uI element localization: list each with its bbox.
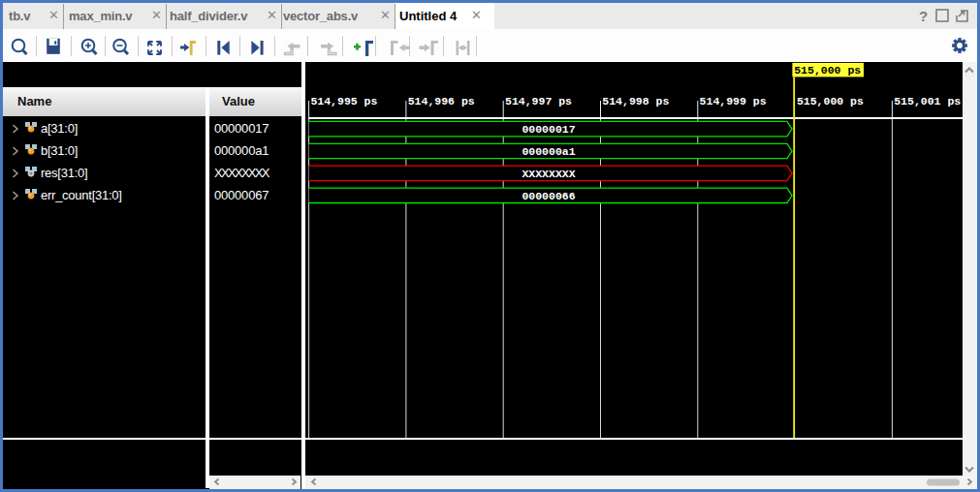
svg-text:514,998 ps: 514,998 ps bbox=[602, 95, 669, 108]
svg-text:00000066: 00000066 bbox=[522, 190, 575, 202]
svg-text:514,997 ps: 514,997 ps bbox=[505, 95, 572, 108]
svg-text:000000a1: 000000a1 bbox=[522, 145, 575, 158]
svg-text:514,995 ps: 514,995 ps bbox=[310, 95, 377, 108]
svg-text:515,000 ps: 515,000 ps bbox=[797, 95, 864, 108]
svg-text:XXXXXXXX: XXXXXXXX bbox=[522, 168, 575, 180]
svg-text:515,001 ps: 515,001 ps bbox=[894, 95, 961, 108]
svg-text:?: ? bbox=[919, 8, 928, 24]
svg-text:514,996 ps: 514,996 ps bbox=[408, 95, 475, 108]
svg-text:514,999 ps: 514,999 ps bbox=[700, 95, 767, 108]
svg-text:515,000 ps: 515,000 ps bbox=[794, 64, 861, 77]
svg-text:00000017: 00000017 bbox=[522, 123, 575, 136]
